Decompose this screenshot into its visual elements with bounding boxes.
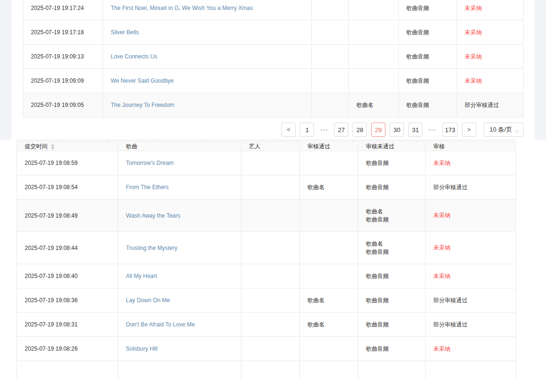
cell-submit-time: 2025-07-19 19:09:05 (23, 93, 103, 117)
pagination-page-31[interactable]: 31 (408, 123, 422, 137)
review-status: 未采纳 (465, 4, 482, 12)
song-link[interactable]: The Journey To Freedom (111, 102, 174, 108)
pagination-ellipsis[interactable]: ••• (318, 127, 330, 133)
column-header-label: 提交时间 (25, 143, 48, 151)
cell-review-passed (349, 20, 399, 44)
cell-empty (118, 361, 241, 381)
cell-review-passed (300, 232, 358, 264)
cell-review-result: 未采纳 (457, 45, 524, 68)
cell-artist (241, 313, 300, 336)
cell-review-failed: 歌曲音频 (399, 45, 457, 68)
cell-artist (241, 232, 300, 264)
review-status: 未采纳 (433, 159, 450, 167)
submit-time-value: 2025-07-19 19:08:49 (25, 212, 77, 219)
cell-review-passed: 歌曲名 (300, 175, 358, 199)
song-link[interactable]: Solsbury Hill (126, 345, 158, 352)
review-failed-item: 歌曲音频 (406, 4, 429, 12)
cell-submit-time: 2025-07-19 19:08:31 (17, 313, 118, 336)
cell-review-result: 部分审核通过 (426, 313, 516, 336)
song-link[interactable]: Love Connects Us (111, 53, 157, 60)
review-failed-values: 歌曲音频 (406, 77, 429, 85)
table-header-row: 提交时间歌曲艺人审核通过审核未通过审核 (17, 143, 516, 151)
cell-song: Solsbury Hill (118, 337, 241, 361)
page-gutter-left (0, 0, 11, 140)
cell-artist (241, 200, 300, 231)
cell-review-passed (349, 45, 399, 68)
table-row: 2025-07-19 19:08:36Lay Down On Me歌曲名歌曲音频… (17, 288, 516, 313)
column-header: 歌曲 (118, 143, 241, 151)
cell-review-failed: 歌曲音频 (358, 313, 426, 336)
pagination-prev-button[interactable]: < (281, 123, 296, 137)
cell-review-result: 未采纳 (426, 232, 516, 264)
table-row: 2025-07-19 19:17:24The First Noel, Minue… (23, 0, 524, 20)
table-row: 2025-07-19 19:08:59Tomorrow's Dream歌曲音频未… (17, 151, 516, 175)
cell-review-failed: 歌曲名歌曲音频 (358, 232, 426, 264)
submit-time-value: 2025-07-19 19:17:24 (31, 5, 84, 11)
review-status: 未采纳 (433, 272, 450, 280)
review-failed-item: 歌曲音频 (406, 101, 429, 109)
cell-empty (426, 361, 516, 381)
cell-review-passed (349, 0, 399, 20)
review-passed-value: 歌曲名 (356, 101, 374, 109)
cell-submit-time: 2025-07-19 19:08:36 (17, 288, 118, 312)
cell-review-failed: 歌曲音频 (358, 151, 426, 175)
pagination-page-1[interactable]: 1 (300, 123, 314, 137)
cell-song: Trusting the Mystery (118, 232, 241, 264)
table-row: 2025-07-19 19:08:49Wash Away the Tears歌曲… (17, 200, 516, 232)
song-link[interactable]: Wash Away the Tears (126, 212, 181, 219)
caret-down-icon (51, 147, 55, 150)
song-link[interactable]: Trusting the Mystery (126, 245, 177, 251)
page-size-select[interactable]: 10 条/页 (484, 123, 524, 137)
pagination-page-27[interactable]: 27 (334, 123, 348, 137)
pagination-page-29[interactable]: 29 (371, 123, 385, 137)
song-link[interactable]: The First Noel, Minuet in G, We Wish You… (111, 5, 253, 11)
pagination-ellipsis[interactable]: ••• (427, 127, 438, 133)
cell-song: We Never Said Goodbye (103, 69, 312, 93)
column-header-label: 审核 (433, 143, 445, 151)
submit-time-value: 2025-07-19 19:09:09 (31, 77, 84, 84)
song-link[interactable]: Lay Down On Me (126, 297, 170, 304)
cell-review-passed (349, 69, 399, 93)
cell-submit-time: 2025-07-19 19:17:24 (23, 0, 103, 20)
chevron-down-icon (515, 128, 519, 132)
review-status: 部分审核通过 (465, 101, 499, 109)
cell-artist (241, 175, 300, 199)
column-header-label: 审核未通过 (366, 143, 394, 151)
sort-control[interactable] (51, 144, 55, 150)
song-link[interactable]: Silver Bells (111, 29, 139, 36)
review-status: 部分审核通过 (433, 183, 468, 191)
table-row: 2025-07-19 19:08:44Trusting the Mystery歌… (17, 232, 516, 264)
cell-submit-time: 2025-07-19 19:09:09 (23, 69, 103, 93)
pagination-page-173[interactable]: 173 (442, 123, 458, 137)
cell-review-passed (300, 200, 358, 231)
review-status: 未采纳 (465, 53, 482, 61)
review-failed-values: 歌曲音频 (366, 321, 389, 329)
review-failed-item: 歌曲名 (366, 208, 389, 216)
song-link[interactable]: All My Heart (126, 273, 157, 279)
cell-submit-time: 2025-07-19 19:08:40 (17, 264, 118, 288)
pagination-next-button[interactable]: > (462, 123, 476, 137)
cell-review-result: 部分审核通过 (426, 288, 516, 312)
table-row: 2025-07-19 19:08:54From The Ethers歌曲名歌曲音… (17, 175, 516, 200)
cell-song: The Journey To Freedom (103, 93, 312, 117)
table-row: 2025-07-19 19:08:26Solsbury Hill歌曲音频未采纳 (17, 337, 516, 361)
table-row-partial (17, 361, 516, 381)
song-link[interactable]: Don't Be Afraid To Love Me (126, 321, 195, 328)
review-failed-values: 歌曲名歌曲音频 (366, 208, 389, 224)
review-failed-item: 歌曲音频 (366, 183, 389, 191)
pagination-page-28[interactable]: 28 (353, 123, 367, 137)
pagination-page-30[interactable]: 30 (390, 123, 404, 137)
song-link[interactable]: From The Ethers (126, 184, 169, 191)
cell-submit-time: 2025-07-19 19:09:13 (23, 45, 103, 68)
column-header-label: 歌曲 (126, 143, 137, 151)
review-status: 部分审核通过 (433, 321, 468, 329)
review-failed-item: 歌曲音频 (366, 216, 389, 224)
song-link[interactable]: We Never Said Goodbye (111, 77, 174, 84)
review-status: 未采纳 (433, 244, 450, 252)
cell-empty (241, 361, 300, 381)
cell-review-failed: 歌曲音频 (399, 0, 457, 20)
submit-time-value: 2025-07-19 19:08:26 (25, 345, 77, 352)
lower-section: 提交时间歌曲艺人审核通过审核未通过审核2025-07-19 19:08:59To… (0, 140, 546, 392)
song-link[interactable]: Tomorrow's Dream (126, 160, 173, 166)
cell-review-failed: 歌曲音频 (358, 175, 426, 199)
